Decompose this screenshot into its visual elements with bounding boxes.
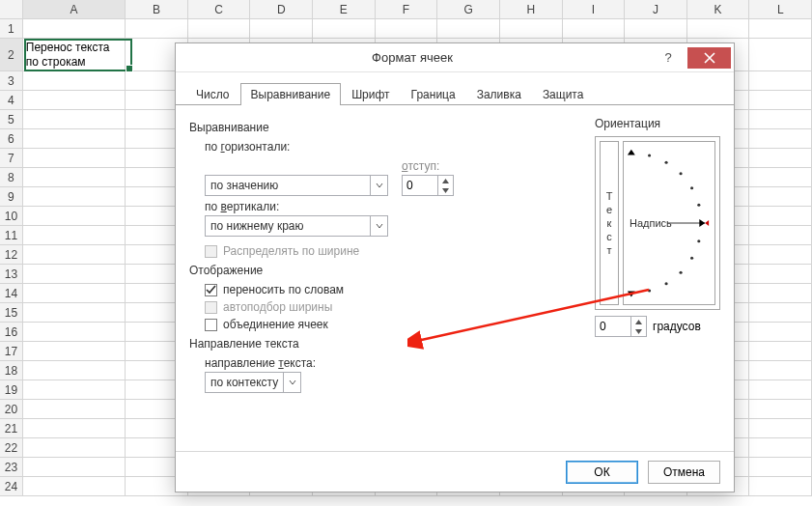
row-header-7[interactable]: 7 <box>0 149 23 168</box>
select-vertical-value: по нижнему краю <box>210 219 303 233</box>
dialog-body: Выравнивание по горизонтали: по значению… <box>176 105 734 455</box>
row-header-1[interactable]: 1 <box>0 19 23 39</box>
spinner-degrees[interactable] <box>595 316 647 337</box>
svg-point-3 <box>680 172 683 175</box>
row-header-20[interactable]: 20 <box>0 400 23 419</box>
chk-distribute <box>205 245 217 258</box>
svg-point-2 <box>664 161 667 164</box>
col-header-I[interactable]: I <box>563 0 626 19</box>
col-header-L[interactable]: L <box>749 0 812 19</box>
ok-button[interactable]: ОК <box>566 461 638 484</box>
col-header-F[interactable]: F <box>376 0 438 19</box>
close-icon <box>704 52 715 64</box>
select-textdir-value: по контексту <box>210 376 278 389</box>
chk-shrink <box>205 301 217 314</box>
close-button[interactable] <box>687 47 731 69</box>
tab-font[interactable]: Шрифт <box>341 83 400 105</box>
format-cells-dialog: Формат ячеек ? Число Выравнивание Шрифт … <box>175 42 735 492</box>
col-header-E[interactable]: E <box>313 0 376 19</box>
dial-label: Надпись <box>630 217 672 229</box>
orientation-dial[interactable]: Надпись <box>623 141 715 305</box>
row-header-10[interactable]: 10 <box>0 207 23 226</box>
svg-point-4 <box>690 186 693 189</box>
cancel-button[interactable]: Отмена <box>648 461 720 484</box>
tab-number[interactable]: Число <box>185 83 240 105</box>
svg-point-1 <box>648 154 651 156</box>
row-header-12[interactable]: 12 <box>0 245 23 265</box>
row-header-3[interactable]: 3 <box>0 71 23 91</box>
chk-merge-label: объединение ячеек <box>223 318 328 331</box>
chevron-down-icon <box>370 176 387 195</box>
tab-border[interactable]: Граница <box>401 83 466 105</box>
chevron-down-icon <box>283 373 300 392</box>
svg-marker-15 <box>628 150 635 155</box>
row-header-14[interactable]: 14 <box>0 284 23 303</box>
cell-A1[interactable] <box>23 19 126 39</box>
select-vertical[interactable]: по нижнему краю <box>205 215 388 237</box>
row-header-2[interactable]: 2 <box>0 39 23 71</box>
row-header-5[interactable]: 5 <box>0 110 23 129</box>
chk-distribute-label: Распределять по ширине <box>223 244 359 258</box>
select-horizontal-value: по значению <box>210 179 278 192</box>
degrees-input[interactable] <box>596 317 630 336</box>
row-header-11[interactable]: 11 <box>0 226 23 245</box>
lbl-indent: отступ: <box>402 159 454 173</box>
svg-point-7 <box>697 239 700 242</box>
chk-merge[interactable] <box>205 319 217 331</box>
group-orientation: Ориентация <box>595 117 720 130</box>
col-header-B[interactable]: B <box>126 0 188 19</box>
row-header-15[interactable]: 15 <box>0 303 23 323</box>
titlebar[interactable]: Формат ячеек ? <box>176 43 734 72</box>
col-header-J[interactable]: J <box>625 0 687 19</box>
tab-fill[interactable]: Заливка <box>466 83 532 105</box>
select-all-corner[interactable] <box>0 0 23 19</box>
dialog-title: Формат ячеек <box>176 50 649 65</box>
indent-down[interactable] <box>438 185 453 195</box>
row-header-13[interactable]: 13 <box>0 265 23 284</box>
indent-up[interactable] <box>438 176 453 185</box>
row-header-17[interactable]: 17 <box>0 342 23 361</box>
col-header-A[interactable]: A <box>23 0 126 19</box>
col-header-D[interactable]: D <box>250 0 313 19</box>
indent-input[interactable] <box>403 176 437 195</box>
vertical-text-button[interactable]: Т е к с т <box>600 141 619 305</box>
col-header-C[interactable]: C <box>188 0 251 19</box>
svg-point-11 <box>648 289 651 292</box>
col-header-K[interactable]: K <box>687 0 750 19</box>
dialog-footer: ОК Отмена <box>176 451 734 492</box>
select-textdir[interactable]: по контексту <box>205 372 301 393</box>
row-header-24[interactable]: 24 <box>0 477 23 496</box>
row-header-9[interactable]: 9 <box>0 187 23 207</box>
degrees-up[interactable] <box>631 317 646 326</box>
help-button[interactable]: ? <box>649 47 687 69</box>
chevron-down-icon <box>370 216 387 236</box>
orientation-panel: Ориентация Т е к с т <box>595 111 720 337</box>
row-header-8[interactable]: 8 <box>0 168 23 187</box>
col-header-H[interactable]: H <box>500 0 563 19</box>
row-header-4[interactable]: 4 <box>0 91 23 110</box>
row-header-21[interactable]: 21 <box>0 419 23 438</box>
row-header-23[interactable]: 23 <box>0 458 23 477</box>
spinner-indent[interactable] <box>402 175 454 196</box>
degrees-down[interactable] <box>631 326 646 336</box>
cell-A2[interactable]: Перенос текста по строкам <box>23 39 126 71</box>
checkmark-icon <box>206 285 216 295</box>
svg-point-9 <box>680 271 683 274</box>
row-header-18[interactable]: 18 <box>0 361 23 380</box>
column-headers: A B C D E F G H I J K L <box>0 0 812 19</box>
row-header-16[interactable]: 16 <box>0 323 23 342</box>
lbl-degrees: градусов <box>653 320 701 333</box>
tab-alignment[interactable]: Выравнивание <box>240 83 342 105</box>
chk-wrap[interactable] <box>205 284 217 296</box>
tab-protection[interactable]: Защита <box>532 83 595 105</box>
chk-wrap-label: переносить по словам <box>223 283 344 296</box>
lbl-textdir: направление текста: <box>205 356 720 370</box>
row-header-19[interactable]: 19 <box>0 380 23 400</box>
row-header-22[interactable]: 22 <box>0 438 23 458</box>
svg-point-5 <box>697 204 700 207</box>
svg-point-10 <box>664 282 667 285</box>
col-header-G[interactable]: G <box>437 0 500 19</box>
select-horizontal[interactable]: по значению <box>205 175 388 196</box>
svg-point-8 <box>690 257 693 260</box>
row-header-6[interactable]: 6 <box>0 129 23 149</box>
